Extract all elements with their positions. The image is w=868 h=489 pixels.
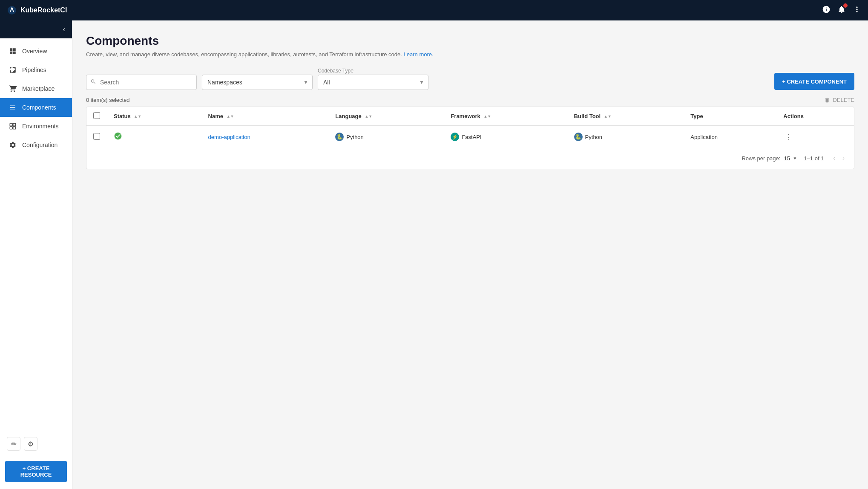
rows-per-page-label: Rows per page: bbox=[742, 155, 780, 162]
edit-footer-button[interactable]: ✏ bbox=[7, 437, 20, 451]
sidebar-item-pipelines[interactable]: Pipelines bbox=[0, 61, 72, 79]
codebase-type-wrapper: Codebase Type All ▼ bbox=[318, 68, 428, 90]
sidebar-configuration-label: Configuration bbox=[22, 142, 57, 148]
search-icon bbox=[90, 79, 96, 86]
create-resource-button[interactable]: + CREATE RESOURCE bbox=[5, 461, 67, 482]
create-component-label: + CREATE COMPONENT bbox=[782, 78, 847, 85]
content-area: Components Create, view, and manage dive… bbox=[72, 20, 868, 489]
sidebar-item-marketplace[interactable]: Marketplace bbox=[0, 79, 72, 98]
page-description: Create, view, and manage diverse codebas… bbox=[86, 51, 854, 58]
header-type: Type bbox=[684, 107, 776, 126]
navbar-actions bbox=[822, 5, 861, 16]
header-build-tool[interactable]: Build Tool ▲▼ bbox=[567, 107, 684, 126]
navbar: KubeRocketCI bbox=[0, 0, 868, 20]
configuration-icon bbox=[9, 141, 17, 149]
name-sort-icon: ▲▼ bbox=[227, 115, 234, 119]
delete-label: DELETE bbox=[833, 97, 854, 103]
sidebar-components-label: Components bbox=[22, 104, 56, 111]
build-tool-label: Python bbox=[585, 134, 602, 140]
row-actions-button[interactable]: ⋮ bbox=[783, 130, 794, 143]
row-build-tool: 🐍 Python bbox=[567, 126, 684, 148]
marketplace-icon bbox=[9, 84, 17, 93]
pipelines-icon bbox=[9, 66, 17, 74]
navbar-brand: KubeRocketCI bbox=[7, 5, 67, 15]
svg-rect-3 bbox=[13, 123, 16, 126]
table-header: Status ▲▼ Name ▲▼ Language ▲▼ Framewor bbox=[86, 107, 854, 126]
settings-footer-button[interactable]: ⚙ bbox=[24, 437, 37, 451]
components-icon bbox=[9, 103, 17, 112]
page-range: 1–1 of 1 bbox=[804, 155, 824, 162]
select-all-checkbox[interactable] bbox=[93, 112, 100, 119]
notification-button[interactable] bbox=[837, 5, 846, 16]
main-layout: ‹ Overview Pipelines Marketplace bbox=[0, 20, 868, 489]
pagination-bar: Rows per page: 15 5 10 25 ▼ 1–1 of 1 ‹ bbox=[86, 148, 854, 169]
search-wrapper bbox=[86, 75, 197, 90]
build-tool-sort-icon: ▲▼ bbox=[604, 115, 612, 119]
rows-per-page: Rows per page: 15 5 10 25 ▼ bbox=[742, 155, 797, 162]
sidebar-item-overview[interactable]: Overview bbox=[0, 42, 72, 61]
sidebar-footer: ✏ ⚙ bbox=[0, 430, 72, 457]
environments-icon bbox=[9, 122, 17, 130]
learn-more-link[interactable]: Learn more. bbox=[404, 51, 434, 58]
status-success-icon bbox=[114, 133, 122, 142]
sidebar-collapse-button[interactable]: ‹ bbox=[0, 20, 72, 38]
header-framework[interactable]: Framework ▲▼ bbox=[444, 107, 567, 126]
sidebar-item-configuration[interactable]: Configuration bbox=[0, 136, 72, 154]
table-body: demo-application 🐍 Python ⚡ FastAPI 🐍 Py… bbox=[86, 126, 854, 148]
table: Status ▲▼ Name ▲▼ Language ▲▼ Framewor bbox=[86, 107, 854, 148]
next-page-button[interactable]: › bbox=[840, 153, 847, 164]
framework-sort-icon: ▲▼ bbox=[483, 115, 491, 119]
header-language[interactable]: Language ▲▼ bbox=[328, 107, 444, 126]
info-button[interactable] bbox=[822, 5, 831, 16]
namespaces-wrapper: Namespaces ▼ bbox=[202, 75, 313, 90]
namespaces-select-wrapper: Namespaces ▼ bbox=[202, 75, 313, 90]
svg-rect-2 bbox=[10, 123, 12, 126]
svg-rect-5 bbox=[13, 127, 16, 129]
selection-bar: 0 item(s) selected DELETE bbox=[86, 97, 854, 103]
namespaces-select[interactable]: Namespaces bbox=[202, 75, 313, 90]
sidebar-overview-label: Overview bbox=[22, 48, 47, 55]
prev-page-button[interactable]: ‹ bbox=[831, 153, 838, 164]
sidebar-item-components[interactable]: Components bbox=[0, 98, 72, 117]
language-label: Python bbox=[346, 134, 363, 140]
type-label: Application bbox=[690, 134, 718, 140]
create-component-button[interactable]: + CREATE COMPONENT bbox=[774, 73, 854, 90]
brand-icon bbox=[7, 5, 17, 15]
fastapi-framework-icon: ⚡ bbox=[451, 133, 459, 141]
components-table: Status ▲▼ Name ▲▼ Language ▲▼ Framewor bbox=[86, 107, 854, 169]
codebase-type-label: Codebase Type bbox=[318, 68, 428, 74]
row-checkbox[interactable] bbox=[93, 133, 100, 140]
page-title: Components bbox=[86, 34, 854, 48]
delete-button[interactable]: DELETE bbox=[824, 97, 854, 103]
codebase-type-select[interactable]: All bbox=[318, 75, 428, 90]
sidebar-environments-label: Environments bbox=[22, 123, 59, 130]
svg-point-1 bbox=[11, 8, 13, 9]
row-language: 🐍 Python bbox=[328, 126, 444, 148]
rows-per-page-select[interactable]: 15 5 10 25 bbox=[784, 155, 797, 162]
header-name[interactable]: Name ▲▼ bbox=[201, 107, 329, 126]
sidebar-pipelines-label: Pipelines bbox=[22, 67, 46, 73]
header-checkbox-cell bbox=[86, 107, 107, 126]
overview-icon bbox=[9, 47, 17, 55]
codebase-type-select-wrapper: All ▼ bbox=[318, 75, 428, 90]
search-input[interactable] bbox=[86, 75, 197, 90]
more-menu-button[interactable] bbox=[853, 5, 861, 16]
sidebar: ‹ Overview Pipelines Marketplace bbox=[0, 20, 72, 489]
header-row: Status ▲▼ Name ▲▼ Language ▲▼ Framewor bbox=[86, 107, 854, 126]
notification-badge bbox=[843, 3, 848, 8]
python-build-tool-icon: 🐍 bbox=[574, 133, 583, 141]
brand-title: KubeRocketCI bbox=[20, 6, 67, 14]
toolbar: Namespaces ▼ Codebase Type All ▼ + CREAT… bbox=[86, 68, 854, 90]
table-row: demo-application 🐍 Python ⚡ FastAPI 🐍 Py… bbox=[86, 126, 854, 148]
row-actions: ⋮ bbox=[776, 126, 854, 148]
header-status[interactable]: Status ▲▼ bbox=[107, 107, 201, 126]
component-name-link[interactable]: demo-application bbox=[208, 134, 250, 140]
svg-rect-4 bbox=[10, 127, 12, 129]
header-actions: Actions bbox=[776, 107, 854, 126]
sidebar-item-environments[interactable]: Environments bbox=[0, 117, 72, 136]
page-nav: ‹ › bbox=[831, 153, 847, 164]
create-resource-label: + CREATE RESOURCE bbox=[10, 465, 62, 478]
python-language-icon: 🐍 bbox=[335, 133, 344, 141]
row-type: Application bbox=[684, 126, 776, 148]
sidebar-nav: Overview Pipelines Marketplace Component… bbox=[0, 38, 72, 430]
